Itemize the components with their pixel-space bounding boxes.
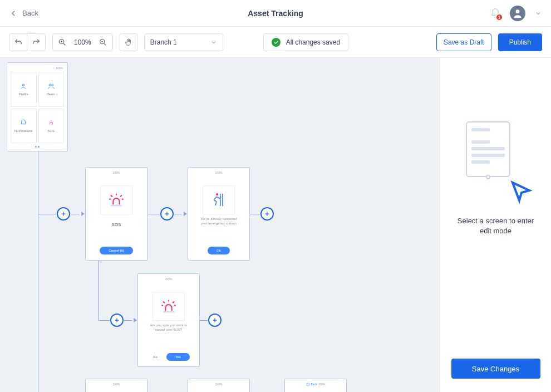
chevron-down-icon[interactable]: [534, 9, 542, 17]
arrow-icon: [134, 318, 137, 322]
connector: [38, 214, 38, 392]
app-header: Back Asset Tracking 1: [0, 0, 551, 27]
flow-node-contacted[interactable]: 100% We've already contacted your emerge…: [188, 167, 250, 261]
svg-point-0: [516, 9, 520, 13]
select-screen-illustration: [463, 121, 529, 199]
flow-node-confirm[interactable]: 100% Are you sure you want to cancel you…: [137, 273, 200, 367]
phone-statusbar: 100%: [9, 65, 65, 71]
svg-rect-9: [163, 311, 174, 313]
flow-node-partial[interactable]: Back 100%: [284, 379, 347, 392]
arrow-icon: [81, 212, 85, 216]
siren-icon: [47, 119, 55, 127]
root-tile-sos: SOS: [38, 109, 65, 144]
running-illustration: [203, 185, 235, 214]
phone-statusbar: 100%: [213, 381, 225, 387]
add-node-button[interactable]: [160, 207, 174, 220]
undo-redo-group: [9, 33, 46, 51]
add-node-button[interactable]: [57, 207, 70, 220]
zoom-value: 100%: [72, 38, 94, 46]
page-title: Asset Tracking: [248, 9, 303, 18]
add-node-button[interactable]: [110, 313, 124, 327]
branch-label: Branch 1: [150, 38, 177, 46]
phone-statusbar: 100%: [163, 276, 175, 282]
arrow-icon: [184, 212, 187, 216]
team-icon: [47, 82, 55, 90]
zoom-in-icon: [58, 38, 67, 47]
root-tile-notifications: Notifications: [11, 109, 37, 144]
root-tile-profile: Profile: [11, 72, 37, 107]
user-avatar[interactable]: [510, 6, 525, 21]
hand-icon: [124, 38, 133, 47]
phone-statusbar: 100%: [111, 381, 122, 387]
connector: [38, 151, 38, 214]
svg-rect-6: [49, 124, 53, 125]
flow-node-partial[interactable]: 100%: [188, 379, 250, 392]
zoom-out-button[interactable]: [97, 36, 109, 48]
connector: [124, 320, 132, 321]
flow-canvas[interactable]: 100% Profile Team Notifications SOS: [0, 58, 440, 392]
sos-illustration: [100, 185, 132, 214]
connector: [71, 214, 80, 214]
save-status: All changes saved: [263, 33, 348, 51]
screen-title: SOS: [112, 222, 121, 227]
sos-illustration: [152, 292, 185, 321]
screen-text: We've already contacted your emergency c…: [200, 217, 237, 226]
screen-text: Are you sure you want to cancel your SOS…: [150, 323, 187, 332]
flow-node-partial[interactable]: 100%: [85, 379, 147, 392]
redo-button[interactable]: [27, 34, 45, 51]
publish-button[interactable]: Publish: [498, 33, 542, 51]
yes-button: Yes: [166, 353, 190, 361]
redo-icon: [32, 38, 41, 47]
notification-badge: 1: [495, 13, 503, 21]
svg-point-8: [216, 193, 218, 195]
connector: [38, 214, 56, 214]
save-changes-button[interactable]: Save Changes: [451, 359, 540, 379]
check-circle-icon: [272, 38, 281, 47]
phone-statusbar: Back 100%: [304, 381, 328, 387]
save-draft-button[interactable]: Save as Draft: [436, 33, 491, 51]
user-icon: [19, 82, 27, 90]
cancel-button: Cancel (6): [100, 247, 133, 254]
toolbar: 100% Branch 1 All changes saved Save as …: [0, 27, 551, 58]
branch-select[interactable]: Branch 1: [144, 33, 223, 51]
ok-button: Ok: [208, 247, 230, 254]
connector: [174, 214, 182, 214]
connector: [99, 320, 110, 321]
bell-icon: [19, 119, 27, 127]
zoom-in-button[interactable]: [56, 36, 68, 48]
back-button[interactable]: Back: [9, 9, 38, 18]
connector: [147, 214, 160, 214]
add-node-button[interactable]: [260, 207, 274, 220]
connector: [250, 214, 260, 214]
root-tile-team: Team: [38, 72, 65, 107]
no-button: No: [147, 353, 163, 361]
svg-rect-7: [111, 205, 122, 207]
flow-node-root[interactable]: 100% Profile Team Notifications SOS: [7, 62, 68, 151]
save-status-text: All changes saved: [286, 38, 340, 46]
phone-statusbar: 100%: [213, 170, 225, 175]
svg-point-5: [51, 84, 53, 86]
back-label: Back: [22, 9, 38, 17]
pan-button[interactable]: [120, 33, 137, 51]
zoom-control: 100%: [52, 33, 113, 51]
phone-statusbar: 100%: [111, 170, 122, 175]
side-hint: Select a screen to enter edit mode: [457, 216, 534, 236]
side-panel: Select a screen to enter edit mode Save …: [440, 58, 551, 392]
add-node-button[interactable]: [208, 313, 222, 327]
connector: [200, 320, 208, 321]
connector: [99, 261, 99, 320]
zoom-out-icon: [99, 38, 107, 47]
flow-node-sos[interactable]: 100% SOS Cancel (6): [85, 167, 147, 261]
undo-icon: [14, 38, 23, 47]
svg-point-3: [23, 84, 25, 86]
svg-point-4: [49, 84, 51, 86]
cursor-icon: [508, 178, 535, 205]
notifications-button[interactable]: 1: [490, 8, 501, 19]
undo-button[interactable]: [9, 34, 27, 51]
chevron-down-icon: [210, 39, 217, 46]
arrow-left-icon: [9, 9, 18, 18]
